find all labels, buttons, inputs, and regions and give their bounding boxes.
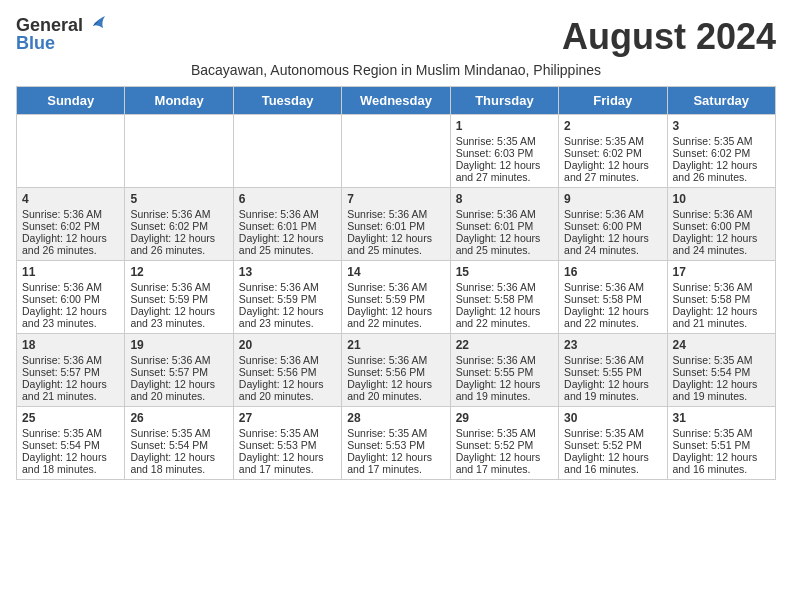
- calendar-cell: 30Sunrise: 5:35 AMSunset: 5:52 PMDayligh…: [559, 407, 667, 480]
- calendar-cell: 28Sunrise: 5:35 AMSunset: 5:53 PMDayligh…: [342, 407, 450, 480]
- day-number: 8: [456, 192, 553, 206]
- sunset-text: Sunset: 6:02 PM: [564, 147, 661, 159]
- daylight-text: Daylight: 12 hours and 16 minutes.: [673, 451, 770, 475]
- calendar-cell: 25Sunrise: 5:35 AMSunset: 5:54 PMDayligh…: [17, 407, 125, 480]
- daylight-text: Daylight: 12 hours and 27 minutes.: [456, 159, 553, 183]
- sunset-text: Sunset: 5:54 PM: [130, 439, 227, 451]
- calendar-cell: 9Sunrise: 5:36 AMSunset: 6:00 PMDaylight…: [559, 188, 667, 261]
- daylight-text: Daylight: 12 hours and 26 minutes.: [22, 232, 119, 256]
- month-title: August 2024: [562, 16, 776, 58]
- calendar-cell: [233, 115, 341, 188]
- calendar-cell: 1Sunrise: 5:35 AMSunset: 6:03 PMDaylight…: [450, 115, 558, 188]
- calendar-cell: 29Sunrise: 5:35 AMSunset: 5:52 PMDayligh…: [450, 407, 558, 480]
- day-number: 31: [673, 411, 770, 425]
- daylight-text: Daylight: 12 hours and 25 minutes.: [456, 232, 553, 256]
- weekday-header-saturday: Saturday: [667, 87, 775, 115]
- weekday-header-tuesday: Tuesday: [233, 87, 341, 115]
- day-number: 21: [347, 338, 444, 352]
- day-number: 20: [239, 338, 336, 352]
- day-number: 17: [673, 265, 770, 279]
- day-number: 25: [22, 411, 119, 425]
- day-number: 29: [456, 411, 553, 425]
- day-number: 1: [456, 119, 553, 133]
- calendar-cell: 24Sunrise: 5:35 AMSunset: 5:54 PMDayligh…: [667, 334, 775, 407]
- daylight-text: Daylight: 12 hours and 21 minutes.: [673, 305, 770, 329]
- sunset-text: Sunset: 6:01 PM: [347, 220, 444, 232]
- day-number: 28: [347, 411, 444, 425]
- sunset-text: Sunset: 5:52 PM: [456, 439, 553, 451]
- sunset-text: Sunset: 5:52 PM: [564, 439, 661, 451]
- sunrise-text: Sunrise: 5:36 AM: [130, 281, 227, 293]
- day-number: 22: [456, 338, 553, 352]
- sunrise-text: Sunrise: 5:36 AM: [239, 208, 336, 220]
- sunrise-text: Sunrise: 5:36 AM: [564, 281, 661, 293]
- sunrise-text: Sunrise: 5:36 AM: [673, 208, 770, 220]
- sunrise-text: Sunrise: 5:36 AM: [673, 281, 770, 293]
- weekday-header-thursday: Thursday: [450, 87, 558, 115]
- calendar-cell: 27Sunrise: 5:35 AMSunset: 5:53 PMDayligh…: [233, 407, 341, 480]
- day-number: 26: [130, 411, 227, 425]
- day-number: 9: [564, 192, 661, 206]
- logo-blue-text: Blue: [16, 34, 55, 52]
- daylight-text: Daylight: 12 hours and 25 minutes.: [347, 232, 444, 256]
- sunrise-text: Sunrise: 5:36 AM: [22, 281, 119, 293]
- sunrise-text: Sunrise: 5:36 AM: [22, 208, 119, 220]
- weekday-header-sunday: Sunday: [17, 87, 125, 115]
- calendar-cell: 10Sunrise: 5:36 AMSunset: 6:00 PMDayligh…: [667, 188, 775, 261]
- sunrise-text: Sunrise: 5:35 AM: [456, 135, 553, 147]
- sunset-text: Sunset: 5:59 PM: [239, 293, 336, 305]
- day-number: 15: [456, 265, 553, 279]
- day-number: 2: [564, 119, 661, 133]
- daylight-text: Daylight: 12 hours and 20 minutes.: [239, 378, 336, 402]
- sunset-text: Sunset: 5:51 PM: [673, 439, 770, 451]
- sunrise-text: Sunrise: 5:35 AM: [22, 427, 119, 439]
- sunrise-text: Sunrise: 5:36 AM: [456, 354, 553, 366]
- day-number: 5: [130, 192, 227, 206]
- daylight-text: Daylight: 12 hours and 22 minutes.: [456, 305, 553, 329]
- calendar-week-row: 25Sunrise: 5:35 AMSunset: 5:54 PMDayligh…: [17, 407, 776, 480]
- day-number: 11: [22, 265, 119, 279]
- daylight-text: Daylight: 12 hours and 16 minutes.: [564, 451, 661, 475]
- sunrise-text: Sunrise: 5:36 AM: [130, 208, 227, 220]
- sunrise-text: Sunrise: 5:36 AM: [347, 281, 444, 293]
- daylight-text: Daylight: 12 hours and 23 minutes.: [239, 305, 336, 329]
- sunrise-text: Sunrise: 5:36 AM: [239, 281, 336, 293]
- daylight-text: Daylight: 12 hours and 23 minutes.: [22, 305, 119, 329]
- sunset-text: Sunset: 6:00 PM: [673, 220, 770, 232]
- sunset-text: Sunset: 6:00 PM: [564, 220, 661, 232]
- sunset-text: Sunset: 5:59 PM: [130, 293, 227, 305]
- calendar-week-row: 11Sunrise: 5:36 AMSunset: 6:00 PMDayligh…: [17, 261, 776, 334]
- calendar-cell: 17Sunrise: 5:36 AMSunset: 5:58 PMDayligh…: [667, 261, 775, 334]
- calendar-cell: 22Sunrise: 5:36 AMSunset: 5:55 PMDayligh…: [450, 334, 558, 407]
- sunset-text: Sunset: 6:02 PM: [673, 147, 770, 159]
- logo-general-text: General: [16, 16, 83, 34]
- sunrise-text: Sunrise: 5:36 AM: [22, 354, 119, 366]
- sunset-text: Sunset: 5:57 PM: [22, 366, 119, 378]
- sunrise-text: Sunrise: 5:36 AM: [564, 208, 661, 220]
- day-number: 4: [22, 192, 119, 206]
- sunset-text: Sunset: 5:54 PM: [673, 366, 770, 378]
- calendar-cell: 20Sunrise: 5:36 AMSunset: 5:56 PMDayligh…: [233, 334, 341, 407]
- day-number: 18: [22, 338, 119, 352]
- calendar-cell: 19Sunrise: 5:36 AMSunset: 5:57 PMDayligh…: [125, 334, 233, 407]
- calendar-cell: 31Sunrise: 5:35 AMSunset: 5:51 PMDayligh…: [667, 407, 775, 480]
- day-number: 14: [347, 265, 444, 279]
- daylight-text: Daylight: 12 hours and 17 minutes.: [456, 451, 553, 475]
- sunset-text: Sunset: 6:02 PM: [130, 220, 227, 232]
- sunrise-text: Sunrise: 5:36 AM: [564, 354, 661, 366]
- calendar-cell: 2Sunrise: 5:35 AMSunset: 6:02 PMDaylight…: [559, 115, 667, 188]
- daylight-text: Daylight: 12 hours and 21 minutes.: [22, 378, 119, 402]
- sunset-text: Sunset: 5:54 PM: [22, 439, 119, 451]
- day-number: 13: [239, 265, 336, 279]
- sunrise-text: Sunrise: 5:36 AM: [130, 354, 227, 366]
- daylight-text: Daylight: 12 hours and 19 minutes.: [564, 378, 661, 402]
- sunrise-text: Sunrise: 5:35 AM: [239, 427, 336, 439]
- calendar-subtitle: Bacayawan, Autonomous Region in Muslim M…: [16, 62, 776, 78]
- sunset-text: Sunset: 5:58 PM: [456, 293, 553, 305]
- calendar-cell: 16Sunrise: 5:36 AMSunset: 5:58 PMDayligh…: [559, 261, 667, 334]
- calendar-table: SundayMondayTuesdayWednesdayThursdayFrid…: [16, 86, 776, 480]
- daylight-text: Daylight: 12 hours and 17 minutes.: [347, 451, 444, 475]
- calendar-cell: 23Sunrise: 5:36 AMSunset: 5:55 PMDayligh…: [559, 334, 667, 407]
- calendar-cell: [125, 115, 233, 188]
- sunrise-text: Sunrise: 5:35 AM: [564, 135, 661, 147]
